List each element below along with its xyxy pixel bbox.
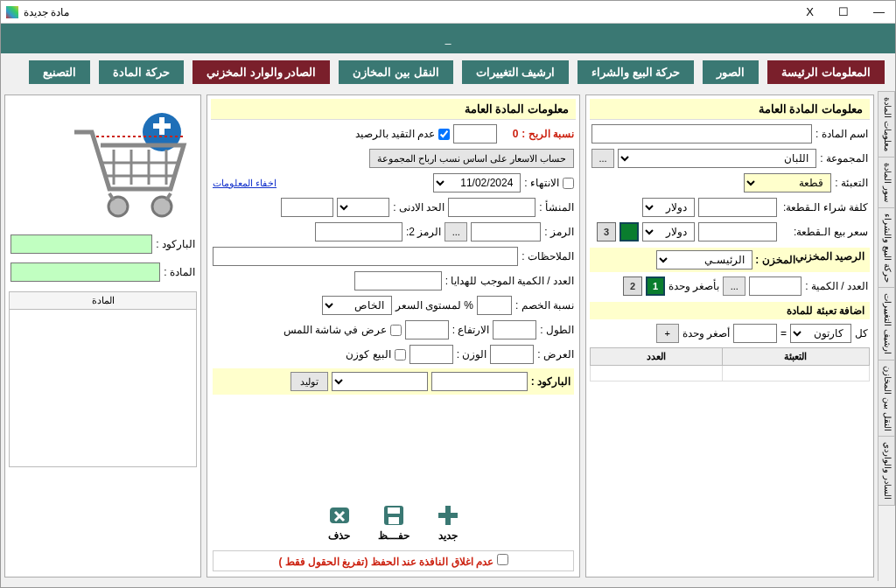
width-input[interactable] — [490, 345, 534, 364]
sidetab-4[interactable]: النقل بين المخازن — [878, 360, 895, 438]
expiry-checkbox[interactable] — [563, 178, 574, 189]
save-icon — [382, 503, 406, 528]
len-input[interactable] — [493, 320, 536, 340]
code-browse-button[interactable]: ... — [444, 222, 467, 242]
price-currency-select[interactable]: دولار — [642, 222, 695, 242]
carton-select[interactable]: كارتون — [790, 324, 851, 343]
carton-qty-input[interactable] — [733, 324, 777, 343]
dozen-checkbox[interactable] — [395, 349, 406, 360]
maximize-button[interactable]: ☐ — [833, 5, 854, 18]
discount-input[interactable] — [477, 296, 512, 315]
delete-button[interactable]: حذف — [327, 503, 352, 542]
close-button[interactable]: X — [801, 5, 819, 18]
panel-item-info: معلومات المادة العامة اسم المادة : المجم… — [585, 94, 874, 578]
tab-main[interactable]: المعلومات الرئيسة — [767, 60, 885, 84]
minimize-button[interactable]: — — [868, 5, 890, 18]
sidetab-2[interactable]: حركة البيع والشراء — [878, 207, 895, 289]
height-input[interactable] — [405, 320, 449, 340]
min-label: الحد الادنى : — [393, 201, 444, 214]
tab-move[interactable]: حركة المادة — [99, 60, 184, 84]
small-unit-label: أصغر وحدة — [682, 327, 730, 340]
generate-barcode-button[interactable]: توليد — [290, 372, 328, 391]
add-pack-button[interactable]: + — [656, 324, 679, 343]
store-select[interactable]: الرئيسـي — [656, 250, 752, 270]
sidetab-5[interactable]: السادر والواردي — [878, 436, 895, 506]
barcode-select[interactable] — [332, 372, 428, 391]
cost-input[interactable] — [698, 198, 777, 217]
height-label: الارتفاع : — [452, 324, 490, 336]
svg-rect-1 — [438, 513, 458, 518]
touch-checkbox[interactable] — [390, 325, 402, 336]
window-title: مادة جديدة — [24, 6, 69, 18]
level-select[interactable]: الخاص — [322, 296, 392, 315]
calc-prices-button[interactable]: حساب الاسعار على اساس نسب ارباح المجموعة — [369, 149, 574, 168]
price-status-icon[interactable] — [620, 222, 639, 242]
app-icon — [6, 6, 18, 18]
section-header-mid: معلومات المادة العامة — [211, 99, 576, 120]
item-name-input[interactable] — [592, 124, 812, 144]
origin-label: المنشأ : — [539, 201, 574, 214]
weight-label: الوزن : — [457, 348, 487, 360]
dozen-label: البيع كوزن — [346, 348, 390, 360]
min-select[interactable] — [337, 198, 389, 217]
tab-sales[interactable]: حركة البيع والشراء — [578, 60, 694, 84]
sidetab-0[interactable]: معلومات المادة — [878, 91, 895, 158]
qty-status-2[interactable]: 2 — [623, 276, 642, 296]
stock-header: الرصيد المخزني المخزن : الرئيسـي — [590, 248, 870, 272]
left-item-input[interactable] — [10, 262, 160, 282]
delete-icon — [327, 503, 352, 528]
qty-input[interactable] — [749, 276, 802, 296]
pack-label: التعبئة : — [835, 177, 868, 189]
hide-info-link[interactable]: اخفاء المعلومات — [213, 178, 276, 189]
gifts-input[interactable] — [354, 271, 442, 290]
sidetab-3[interactable]: ارشيف التغييرات — [878, 287, 895, 360]
group-select[interactable]: اللبان — [618, 149, 816, 168]
notes-input[interactable] — [213, 247, 518, 266]
group-browse-button[interactable]: ... — [592, 149, 614, 168]
tab-transfer[interactable]: النقل بين المخازن — [339, 60, 452, 84]
cost-label: كلفة شراء الـقطعة: — [780, 201, 868, 214]
noclose-checkbox[interactable] — [497, 554, 508, 565]
code-input[interactable] — [471, 222, 541, 242]
left-barcode-input[interactable] — [10, 234, 152, 254]
titlebar: X ☐ — مادة جديدة — [1, 1, 895, 24]
tab-stock[interactable]: الصادر والوارد المخزني — [192, 60, 330, 84]
min-input[interactable] — [281, 198, 333, 217]
panel-preview: الباركود : المادة : المادة — [4, 94, 201, 578]
left-barcode-label: الباركود : — [156, 238, 195, 250]
left-list-header: المادة — [9, 291, 197, 310]
item-name-label: اسم المادة : — [816, 128, 868, 140]
side-tabs: معلومات المادة سور المادة حركة البيع وال… — [878, 91, 895, 581]
weight-input[interactable] — [410, 345, 453, 364]
notes-label: الملاحظات : — [522, 250, 574, 262]
cart-image — [9, 99, 197, 230]
save-button[interactable]: حفـــظ — [378, 503, 410, 542]
len-label: الطول : — [540, 324, 574, 336]
nobalance-checkbox[interactable] — [438, 129, 450, 140]
barcode-input[interactable] — [431, 372, 528, 391]
qty-status-1[interactable]: 1 — [646, 276, 665, 296]
price-label: سعر بيع الـقطعة: — [780, 226, 868, 238]
tab-changes[interactable]: ارشيف التغييرات — [462, 60, 570, 84]
qty-browse-button[interactable]: ... — [723, 276, 746, 296]
code2-input[interactable] — [315, 222, 402, 242]
qty-label: العدد / الكمية : — [805, 280, 868, 292]
group-label: المجموعة : — [820, 152, 868, 164]
pack-select[interactable]: قطعة — [744, 173, 831, 192]
pct-label: % لمستوى السعر — [396, 299, 473, 312]
profit-input[interactable] — [453, 124, 497, 144]
tab-images[interactable]: الصور — [703, 60, 759, 84]
origin-input[interactable] — [448, 198, 536, 217]
new-button[interactable]: جديد — [436, 503, 460, 542]
cost-currency-select[interactable]: دولار — [642, 198, 695, 217]
every-label: كل — [855, 327, 868, 340]
eq-label: = — [780, 327, 787, 340]
nobalance-label: عدم التقيد بالرصيد — [355, 128, 436, 140]
price-input[interactable] — [698, 222, 777, 242]
price-idx-3[interactable]: 3 — [597, 222, 616, 242]
sidetab-1[interactable]: سور المادة — [878, 157, 895, 208]
top-tabs: المعلومات الرئيسة الصور حركة البيع والشر… — [1, 53, 895, 91]
left-list[interactable] — [9, 310, 197, 467]
expiry-date[interactable]: 11/02/2024 — [433, 173, 521, 192]
tab-manuf[interactable]: التصنيع — [29, 60, 90, 84]
